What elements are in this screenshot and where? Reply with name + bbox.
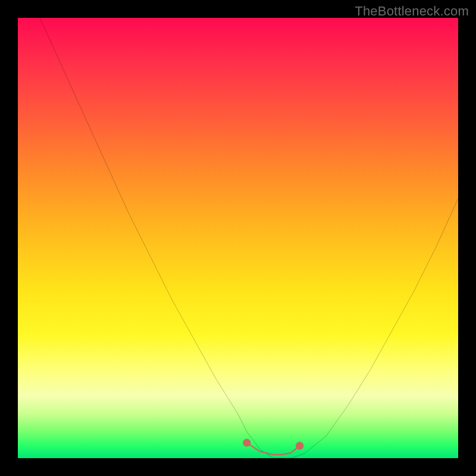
attribution-watermark: TheBottleneck.com	[355, 4, 469, 19]
optimal-range-marker-start-dot	[243, 439, 250, 446]
bottleneck-curve-path	[40, 18, 458, 458]
plot-area	[18, 18, 458, 458]
optimal-range-marker-path	[247, 443, 300, 455]
curve-layer	[18, 18, 458, 458]
chart-stage: TheBottleneck.com	[0, 0, 476, 476]
optimal-range-marker-end-dot	[296, 442, 303, 450]
